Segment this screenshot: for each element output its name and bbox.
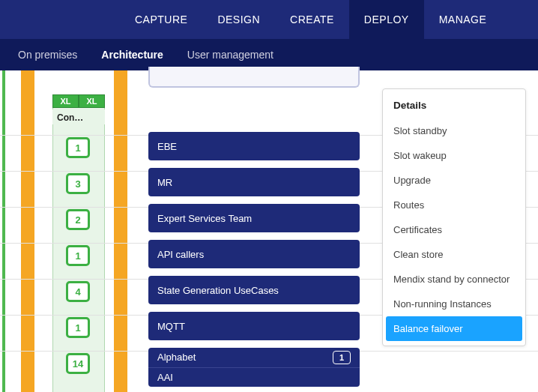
column-title: Con… — [52, 109, 105, 124]
menu-balance-failover[interactable]: Balance failover — [386, 316, 522, 341]
sub-nav: On premises Architecture User management — [0, 39, 538, 70]
node-label: API callers — [157, 249, 204, 260]
node-ebe[interactable]: EBE — [148, 132, 360, 160]
node-placeholder — [148, 67, 360, 88]
instance-count-badge[interactable]: 2 — [66, 209, 90, 230]
menu-mendix-connector[interactable]: Mendix stand by connector — [383, 267, 525, 292]
nav-capture[interactable]: CAPTURE — [120, 0, 202, 39]
menu-slot-standby[interactable]: Slot standby — [383, 118, 525, 143]
instance-count-badge[interactable]: 1 — [66, 137, 90, 158]
instance-count-badge[interactable]: 14 — [66, 353, 90, 374]
node-label: State Generation UseCases — [157, 285, 279, 296]
instance-count-badge[interactable]: 1 — [66, 245, 90, 266]
menu-upgrade[interactable]: Upgrade — [383, 168, 525, 193]
instance-count-badge[interactable]: 3 — [66, 173, 90, 194]
node-mr[interactable]: MR — [148, 168, 360, 196]
nav-deploy[interactable]: DEPLOY — [349, 0, 424, 39]
node-api-callers[interactable]: API callers — [148, 240, 360, 268]
instance-count-badge[interactable]: 1 — [66, 317, 90, 338]
subnav-user-management[interactable]: User management — [187, 49, 273, 61]
context-menu: Details Slot standby Slot wakeup Upgrade… — [382, 88, 526, 346]
size-badge-right: XL — [79, 94, 105, 108]
node-label: Expert Services Team — [157, 213, 252, 224]
node-expert-services[interactable]: Expert Services Team — [148, 204, 360, 232]
subnav-on-premises[interactable]: On premises — [18, 49, 77, 61]
menu-routes[interactable]: Routes — [383, 193, 525, 217]
node-alphabet[interactable]: Alphabet 1 AAI — [148, 348, 360, 387]
node-state-generation[interactable]: State Generation UseCases — [148, 276, 360, 304]
nav-create[interactable]: CREATE — [275, 0, 349, 39]
subnav-architecture[interactable]: Architecture — [101, 49, 163, 61]
menu-clean-store[interactable]: Clean store — [383, 242, 525, 267]
diagram-row[interactable]: 14 Alphabet 1 AAI — [0, 351, 538, 378]
node-label: EBE — [157, 141, 177, 152]
node-label: Alphabet — [157, 352, 196, 363]
menu-certificates[interactable]: Certificates — [383, 217, 525, 242]
column-size-header: XL XL — [52, 94, 105, 108]
menu-non-running[interactable]: Non-running Instances — [383, 292, 525, 316]
node-mini-count: 1 — [333, 351, 351, 364]
instance-count-badge[interactable]: 4 — [66, 281, 90, 302]
menu-slot-wakeup[interactable]: Slot wakeup — [383, 143, 525, 168]
nav-design[interactable]: DESIGN — [202, 0, 275, 39]
node-label: MR — [157, 177, 172, 188]
node-mqtt[interactable]: MQTT — [148, 312, 360, 340]
menu-title: Details — [383, 95, 525, 118]
node-sub-label: AAI — [157, 372, 173, 383]
size-badge-left: XL — [52, 94, 79, 108]
top-nav: CAPTURE DESIGN CREATE DEPLOY MANAGE — [0, 0, 538, 39]
nav-manage[interactable]: MANAGE — [424, 0, 502, 39]
node-label: MQTT — [157, 321, 185, 332]
